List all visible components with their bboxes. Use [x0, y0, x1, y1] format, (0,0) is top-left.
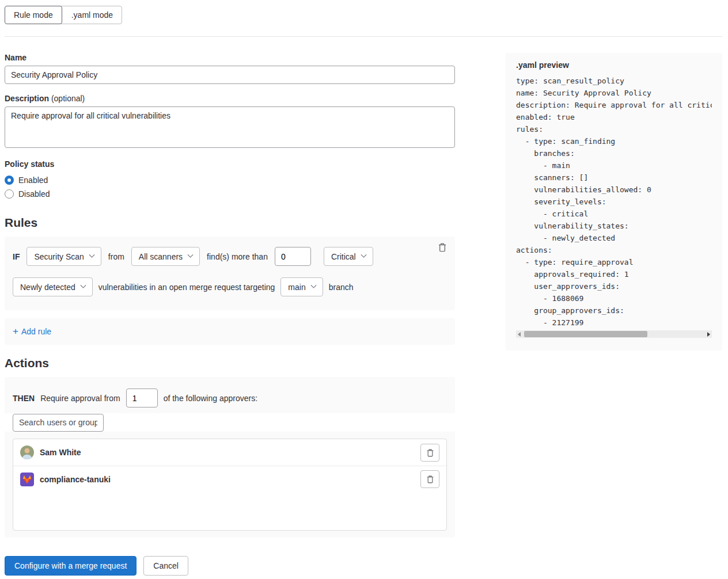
- plus-icon: +: [13, 327, 18, 336]
- approver-row-sam-white: Sam White: [13, 439, 446, 466]
- add-rule-panel: + Add rule: [5, 318, 455, 345]
- scroll-right-arrow-icon[interactable]: [707, 332, 710, 337]
- if-keyword: IF: [13, 252, 20, 261]
- form-footer: Configure with a merge request Cancel: [5, 556, 455, 576]
- scan-type-dropdown[interactable]: Security Scan: [26, 247, 101, 266]
- yaml-code: type: scan_result_policy name: Security …: [516, 75, 712, 329]
- rule-card: IF Security Scan from All scanners find(…: [5, 237, 455, 310]
- disabled-radio[interactable]: [5, 189, 14, 199]
- yaml-horizontal-scrollbar[interactable]: [516, 330, 712, 338]
- trash-icon: [426, 475, 434, 483]
- remove-approver-button[interactable]: [420, 470, 439, 488]
- of-approvers-label: of the following approvers:: [164, 394, 257, 403]
- trash-icon: [438, 245, 447, 254]
- actions-heading: Actions: [5, 356, 455, 370]
- branch-dropdown[interactable]: main: [280, 277, 323, 296]
- policy-description-textarea[interactable]: Require approval for all critical vulner…: [5, 106, 455, 148]
- policy-name-input[interactable]: [5, 66, 455, 84]
- editor-mode-tabs: Rule mode .yaml mode: [5, 6, 122, 24]
- branch-label: branch: [329, 283, 354, 292]
- vulnerability-state-dropdown[interactable]: Newly detected: [13, 277, 93, 296]
- policy-status-label: Policy status: [5, 159, 455, 169]
- enabled-radio-label: Enabled: [18, 176, 48, 185]
- finds-more-than-label: find(s) more than: [207, 252, 268, 261]
- status-option-enabled[interactable]: Enabled: [5, 173, 455, 187]
- scanners-dropdown[interactable]: All scanners: [131, 247, 200, 266]
- chevron-down-icon: [361, 252, 366, 258]
- approver-search-band: [5, 413, 455, 432]
- top-divider: [5, 36, 722, 37]
- optional-hint: (optional): [51, 94, 85, 103]
- approver-row-compliance-tanuki: compliance-tanuki: [13, 466, 446, 492]
- scroll-left-arrow-icon[interactable]: [518, 332, 521, 337]
- description-field-group: Description (optional) Require approval …: [5, 94, 455, 150]
- description-label: Description (optional): [5, 94, 455, 103]
- name-label: Name: [5, 53, 455, 62]
- approver-search-input[interactable]: [13, 414, 104, 432]
- status-option-disabled[interactable]: Disabled: [5, 187, 455, 201]
- configure-merge-request-button[interactable]: Configure with a merge request: [5, 556, 136, 576]
- name-field-group: Name: [5, 53, 455, 84]
- require-approval-label: Require approval from: [40, 394, 120, 403]
- yaml-preview-panel: .yaml preview type: scan_result_policy n…: [506, 53, 722, 351]
- tab-yaml-mode[interactable]: .yaml mode: [60, 6, 122, 24]
- approvals-required-input[interactable]: [126, 388, 158, 407]
- trash-icon: [426, 448, 434, 457]
- chevron-down-icon: [80, 283, 86, 288]
- then-keyword: THEN: [13, 394, 35, 403]
- user-avatar: [20, 445, 34, 459]
- delete-rule-button[interactable]: [437, 241, 448, 253]
- remove-approver-button[interactable]: [420, 444, 439, 462]
- tab-rule-mode[interactable]: Rule mode: [5, 6, 62, 24]
- add-rule-button[interactable]: + Add rule: [13, 327, 51, 336]
- targeting-label: vulnerabilities in an open merge request…: [98, 283, 275, 292]
- from-label: from: [108, 252, 124, 261]
- approver-name: compliance-tanuki: [40, 475, 111, 484]
- severity-dropdown[interactable]: Critical: [324, 247, 373, 266]
- approver-list: Sam White: [13, 439, 447, 531]
- approver-name: Sam White: [40, 448, 81, 457]
- rules-heading: Rules: [5, 216, 455, 230]
- chevron-down-icon: [310, 283, 316, 288]
- enabled-radio[interactable]: [5, 176, 14, 185]
- disabled-radio-label: Disabled: [18, 189, 50, 199]
- yaml-preview-title: .yaml preview: [516, 60, 712, 70]
- policy-status-group: Policy status Enabled Disabled: [5, 159, 455, 201]
- chevron-down-icon: [89, 252, 94, 258]
- chevron-down-icon: [188, 252, 194, 258]
- scrollbar-thumb[interactable]: [524, 331, 647, 337]
- cancel-button[interactable]: Cancel: [143, 556, 188, 576]
- group-avatar: [20, 473, 34, 486]
- vulnerabilities-allowed-input[interactable]: [275, 247, 311, 266]
- action-card: THEN Require approval from of the follow…: [5, 377, 455, 538]
